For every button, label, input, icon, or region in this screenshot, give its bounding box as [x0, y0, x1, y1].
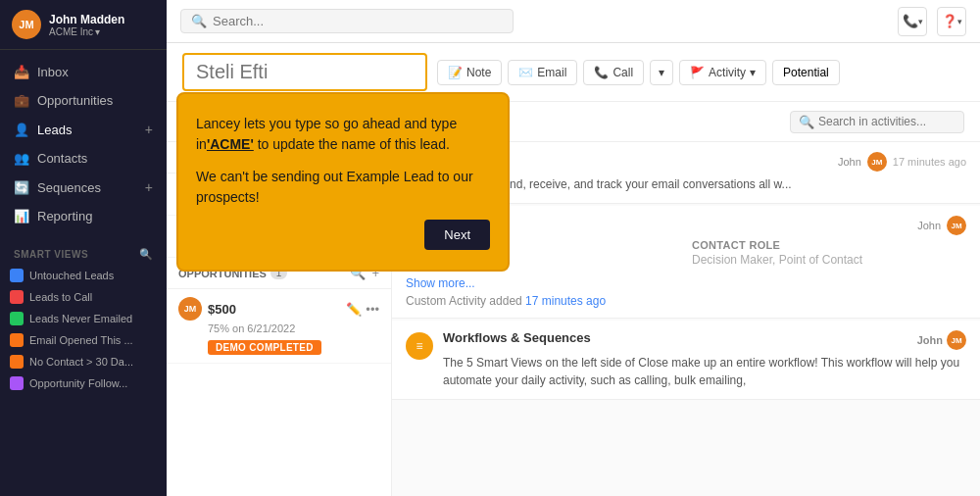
- sv-label: Email Opened This ...: [29, 334, 133, 346]
- sidebar-header: JM John Madden ACME Inc ▾: [0, 0, 167, 50]
- note-button[interactable]: 📝 Note: [437, 60, 502, 85]
- sv-dot-purple: [10, 376, 24, 390]
- sv-label: Leads to Call: [29, 291, 92, 303]
- opp-sub: 75% on 6/21/2022: [208, 322, 379, 334]
- more-opp-icon[interactable]: •••: [366, 302, 379, 317]
- contacts-icon: 👥: [14, 151, 29, 166]
- sidebar: JM John Madden ACME Inc ▾ 📥 Inbox 💼 Oppo…: [0, 0, 167, 496]
- sv-label: Untouched Leads: [29, 270, 114, 281]
- sidebar-item-inbox[interactable]: 📥 Inbox: [0, 58, 167, 86]
- email-button[interactable]: ✉️ Email: [508, 60, 577, 85]
- lead-name-input[interactable]: [182, 53, 427, 91]
- smart-views-label: SMART VIEWS 🔍: [0, 238, 167, 265]
- smart-views-list: Untouched Leads Leads to Call Leads Neve…: [0, 265, 167, 394]
- main-area: 🔍 📞 ▾ ❓ ▾ 📝 Note: [167, 0, 980, 496]
- sidebar-item-label: Reporting: [37, 209, 92, 223]
- smart-view-opportunity-follow[interactable]: Opportunity Follow...: [0, 372, 167, 394]
- lead-actions: 📝 Note ✉️ Email 📞 Call ▾ �: [437, 60, 840, 85]
- topbar: 🔍 📞 ▾ ❓ ▾: [167, 0, 980, 43]
- sidebar-item-label: Leads: [37, 123, 72, 137]
- content: 📝 Note ✉️ Email 📞 Call ▾ �: [167, 43, 980, 496]
- avatar: JM: [12, 10, 41, 39]
- phone-button[interactable]: 📞 ▾: [898, 7, 927, 36]
- sidebar-item-contacts[interactable]: 👥 Contacts: [0, 144, 167, 173]
- workflow-title: Workflows & Sequences John JM: [443, 330, 966, 350]
- avatar: JM: [947, 330, 966, 350]
- activity-button[interactable]: 🚩 Activity ▾: [679, 60, 766, 85]
- call-dropdown-chevron: ▾: [659, 66, 664, 79]
- activity-meta: John JM 17 minutes ago: [838, 152, 966, 172]
- search-input[interactable]: [213, 14, 503, 28]
- sidebar-item-label: Contacts: [37, 151, 87, 166]
- onboarding-text-2: We can't be sending out Example Lead to …: [196, 167, 490, 208]
- activity-search-input[interactable]: [818, 115, 956, 128]
- opportunities-icon: 💼: [14, 93, 29, 108]
- company: ACME Inc ▾: [49, 26, 155, 37]
- help-dropdown-icon: ▾: [957, 17, 962, 26]
- onboarding-text-1: Lancey lets you type so go ahead and typ…: [196, 114, 490, 155]
- search-bar[interactable]: 🔍: [180, 9, 514, 33]
- activity-search-icon: 🔍: [799, 115, 814, 129]
- sv-dot-orange1: [10, 333, 24, 347]
- inbox-icon: 📥: [14, 65, 29, 79]
- smart-view-leads-never-emailed[interactable]: Leads Never Emailed: [0, 308, 167, 329]
- avatar: JM: [178, 297, 202, 321]
- call-button[interactable]: 📞 Call: [583, 60, 644, 85]
- add-sequence-icon[interactable]: +: [145, 179, 153, 195]
- phone-icon: 📞: [903, 14, 918, 28]
- sv-dot-green: [10, 312, 24, 325]
- username: John Madden: [49, 13, 155, 26]
- opp-header: JM $500 ✏️ •••: [178, 297, 379, 321]
- sidebar-item-sequences[interactable]: 🔄 Sequences +: [0, 173, 167, 202]
- avatar: JM: [867, 152, 887, 172]
- smart-views-search-icon[interactable]: 🔍: [139, 248, 154, 261]
- sv-dot-blue: [10, 269, 24, 282]
- call-dropdown-button[interactable]: ▾: [650, 60, 673, 85]
- contact-role-value: Decision Maker, Point of Contact: [692, 253, 966, 267]
- opp-amount: $500: [208, 302, 236, 317]
- demo-completed-badge: DEMO COMPLETED: [208, 340, 321, 355]
- workflow-content: Workflows & Sequences John JM The 5 Smar…: [443, 330, 966, 389]
- workflow-text: The 5 Smart Views on the left side of Cl…: [443, 354, 966, 389]
- activity-user: John: [838, 156, 861, 168]
- sv-dot-orange2: [10, 355, 24, 369]
- sv-label: No Contact > 30 Da...: [29, 356, 133, 368]
- workflow-user: John: [917, 334, 943, 346]
- smart-view-email-opened[interactable]: Email Opened This ...: [0, 329, 167, 351]
- onboarding-tooltip: Lancey lets you type so go ahead and typ…: [176, 92, 510, 272]
- activity-user: John: [917, 220, 941, 231]
- sidebar-item-label: Opportunities: [37, 93, 113, 108]
- activity-meta: John JM: [917, 216, 966, 235]
- activity-icon: 🚩: [690, 66, 705, 79]
- nav: 📥 Inbox 💼 Opportunities 👤 Leads + 👥 Cont…: [0, 50, 167, 238]
- activity-chevron: ▾: [750, 66, 756, 79]
- sidebar-item-leads[interactable]: 👤 Leads +: [0, 115, 167, 144]
- smart-view-leads-to-call[interactable]: Leads to Call: [0, 286, 167, 308]
- smart-view-no-contact[interactable]: No Contact > 30 Da...: [0, 351, 167, 372]
- contact-role-label: Contact Role: [692, 239, 966, 251]
- contact-role-section: Contact Role Decision Maker, Point of Co…: [692, 239, 966, 268]
- show-more-link[interactable]: Show more...: [406, 276, 475, 290]
- phone-dropdown-icon: ▾: [918, 17, 923, 26]
- custom-activity-time: 17 minutes ago: [525, 294, 606, 308]
- list-item: JM $500 ✏️ ••• 75% on 6/21/2022 DEMO COM…: [167, 289, 391, 364]
- sidebar-item-opportunities[interactable]: 💼 Opportunities: [0, 86, 167, 115]
- email-icon: ✉️: [518, 66, 533, 79]
- smart-view-untouched-leads[interactable]: Untouched Leads: [0, 265, 167, 286]
- edit-opp-icon[interactable]: ✏️: [346, 302, 362, 317]
- help-button[interactable]: ❓ ▾: [937, 7, 966, 36]
- sidebar-item-reporting[interactable]: 📊 Reporting: [0, 202, 167, 230]
- add-lead-icon[interactable]: +: [145, 122, 153, 137]
- next-button[interactable]: Next: [424, 220, 490, 250]
- reporting-icon: 📊: [14, 209, 29, 223]
- onboarding-overlay: Lancey lets you type so go ahead and typ…: [176, 92, 510, 272]
- sv-label: Leads Never Emailed: [29, 313, 132, 324]
- status-select[interactable]: Potential: [772, 60, 840, 85]
- opp-action-buttons[interactable]: ✏️ •••: [346, 302, 379, 317]
- avatar: JM: [947, 216, 966, 235]
- activity-time: 17 minutes ago: [893, 156, 966, 168]
- lead-pane: 📝 Note ✉️ Email 📞 Call ▾ �: [167, 43, 980, 496]
- sidebar-item-label: Sequences: [37, 180, 101, 195]
- help-icon: ❓: [942, 14, 957, 28]
- activity-search[interactable]: 🔍: [790, 111, 964, 133]
